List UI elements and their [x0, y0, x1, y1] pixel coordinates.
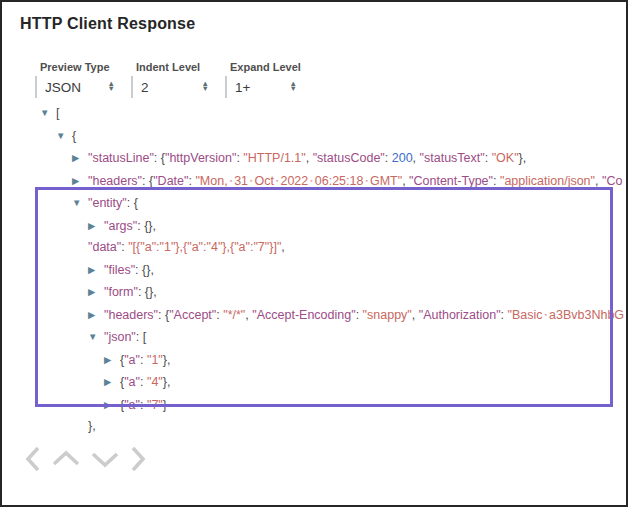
indent-level-select[interactable]: 2 ▲▼ [131, 76, 213, 98]
json-token-punct: , [595, 174, 602, 188]
preview-type-select[interactable]: JSON ▲▼ [35, 76, 119, 98]
json-token-key: "form" [104, 285, 138, 299]
collapse-triangle-icon[interactable]: ▼ [72, 192, 88, 214]
collapse-triangle-icon[interactable]: ▼ [88, 326, 104, 348]
expand-triangle-icon[interactable]: ▶ [88, 304, 104, 326]
json-token-str: 31 [234, 174, 248, 188]
tree-row: }, [2, 416, 628, 438]
preview-type-value: JSON [45, 80, 81, 95]
expand-triangle-icon[interactable]: ▶ [104, 349, 120, 371]
json-token-punct: : [140, 353, 147, 367]
stepper-arrows-icon[interactable]: ▲▼ [108, 82, 115, 91]
json-token-punct: }, [88, 419, 96, 433]
json-token-key: "httpVersion" [165, 151, 236, 165]
http-client-response-panel: HTTP Client Response Preview Type JSON ▲… [0, 0, 628, 507]
expand-level-control: Expand Level 1+ ▲▼ [225, 61, 301, 98]
tree-row: ▼"json": [ [2, 326, 628, 349]
json-token-punct: , [306, 151, 313, 165]
json-token-str: "HTTP/1.1" [243, 151, 305, 165]
preview-navigation [24, 445, 147, 473]
tree-row: ▼"entity": { [2, 192, 628, 215]
preview-type-label: Preview Type [35, 61, 119, 73]
json-token-str: a3Bvb3NhbG [549, 308, 624, 322]
json-token-key: "Accept-Encoding" [252, 308, 355, 322]
json-token-key: "headers" [88, 174, 142, 188]
json-token-punct: : {}, [135, 263, 154, 277]
json-token-punct: : { [158, 308, 169, 322]
expand-level-value: 1+ [235, 80, 250, 95]
collapse-triangle-icon[interactable]: ▼ [56, 125, 72, 147]
json-token-str: "7" [147, 398, 163, 412]
stepper-arrows-icon[interactable]: ▲▼ [202, 82, 209, 91]
indent-level-control: Indent Level 2 ▲▼ [131, 61, 213, 98]
json-token-str: Oct [255, 174, 274, 188]
json-token-key: "Authorization" [419, 308, 501, 322]
tree-row: ▶"args": {}, [2, 215, 628, 238]
chevron-down-icon[interactable] [90, 445, 120, 473]
tree-row: ▶"headers": {"Date": "Mon,▪31▪Oct▪2022▪0… [2, 170, 628, 193]
json-token-key: "Date" [153, 174, 188, 188]
page-title: HTTP Client Response [20, 15, 195, 33]
json-token-key: "files" [104, 263, 135, 277]
json-token-key: "entity" [88, 196, 127, 210]
expand-triangle-icon[interactable]: ▶ [88, 281, 104, 303]
expand-triangle-icon[interactable]: ▶ [104, 371, 120, 393]
tree-row: ▶"files": {}, [2, 259, 628, 282]
collapse-triangle-icon[interactable]: ▼ [40, 102, 56, 124]
tree-row: ▶{"a": "7"} [2, 394, 628, 417]
tree-row: ▼{ [2, 125, 628, 148]
stepper-arrows-icon[interactable]: ▲▼ [290, 82, 297, 91]
chevron-right-icon[interactable] [129, 445, 147, 473]
tree-row: ▶"form": {}, [2, 281, 628, 304]
json-token-str: "snappy" [363, 308, 412, 322]
json-token-punct: { [72, 129, 76, 143]
expand-triangle-icon[interactable]: ▶ [72, 147, 88, 169]
json-token-str: "*/*" [223, 308, 245, 322]
expand-triangle-icon[interactable]: ▶ [88, 215, 104, 237]
json-token-str: 06:25:18 [315, 174, 364, 188]
json-token-punct: }, [163, 353, 171, 367]
json-token-key: "statusText" [420, 151, 485, 165]
json-token-key: "headers" [104, 308, 158, 322]
json-token-str: "1" [147, 353, 163, 367]
json-token-punct: : [385, 151, 392, 165]
expand-level-select[interactable]: 1+ ▲▼ [225, 76, 301, 98]
json-token-key: "statusCode" [313, 151, 385, 165]
tree-row: ▶{"a": "1"}, [2, 349, 628, 372]
tree-row: ▶{"a": "4"}, [2, 371, 628, 394]
expand-triangle-icon[interactable]: ▶ [72, 170, 88, 192]
tree-row: ▼[ [2, 102, 628, 125]
json-token-punct: : [501, 308, 508, 322]
json-tree: ▼[▼{▶"statusLine": {"httpVersion": "HTTP… [2, 102, 628, 438]
json-token-punct: : [493, 174, 500, 188]
preview-type-control: Preview Type JSON ▲▼ [35, 61, 119, 98]
json-token-str: GMT" [370, 174, 402, 188]
expand-level-label: Expand Level [225, 61, 301, 73]
json-token-punct: : { [142, 174, 153, 188]
json-token-punct: : [140, 398, 147, 412]
expand-triangle-icon[interactable]: ▶ [88, 259, 104, 281]
json-token-str: "application/json" [500, 174, 595, 188]
json-token-num: 200 [392, 151, 413, 165]
preview-controls: Preview Type JSON ▲▼ Indent Level 2 ▲▼ E… [35, 61, 301, 98]
json-token-punct: , [281, 240, 284, 254]
json-token-punct: , [412, 308, 419, 322]
chevron-left-icon[interactable] [24, 445, 42, 473]
json-token-punct: }, [519, 151, 527, 165]
chevron-up-icon[interactable] [51, 445, 81, 473]
indent-level-label: Indent Level [131, 61, 213, 73]
json-token-key: "data" [88, 240, 121, 254]
json-token-punct: }, [163, 375, 171, 389]
json-token-key: "Co [602, 174, 622, 188]
expand-triangle-icon[interactable]: ▶ [104, 394, 120, 416]
json-token-str: "Mon, [195, 174, 227, 188]
json-token-str: "[{"a":"1"},{"a":"4"},{"a":"7"}]" [128, 240, 281, 254]
json-token-punct: : {}, [138, 285, 157, 299]
json-token-key: "Content-Type" [409, 174, 493, 188]
json-token-punct: : [485, 151, 492, 165]
json-token-punct: [ [56, 106, 59, 120]
json-token-punct: } [163, 398, 167, 412]
json-token-key: "a" [124, 353, 140, 367]
json-token-punct: , [413, 151, 420, 165]
json-token-key: "statusLine" [88, 151, 154, 165]
